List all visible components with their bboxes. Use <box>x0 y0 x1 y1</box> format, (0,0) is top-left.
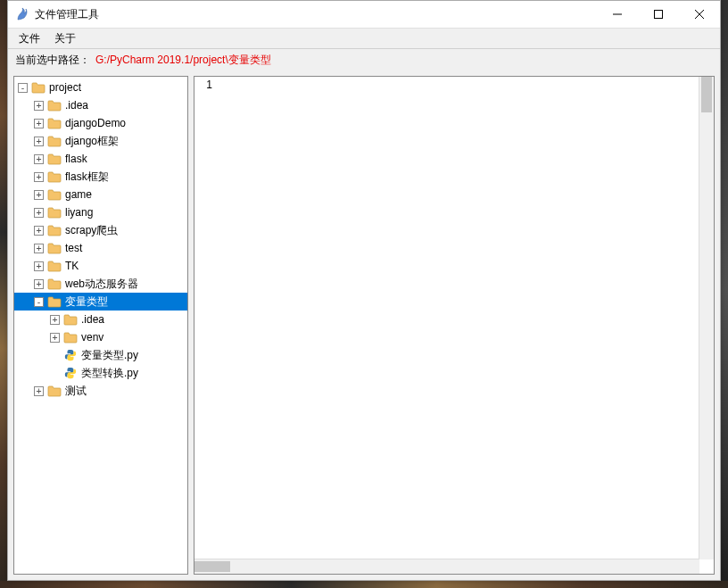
tree-item-flask[interactable]: + flask <box>14 150 187 168</box>
tree-item-label: 变量类型 <box>65 294 113 310</box>
expand-icon[interactable]: + <box>34 154 44 164</box>
tree-item-test[interactable]: + test <box>14 239 187 257</box>
tree-item-label: TK <box>65 260 84 272</box>
tree-item-tk[interactable]: + TK <box>14 257 187 275</box>
path-bar: 当前选中路径： G:/PyCharm 2019.1/project\变量类型 <box>8 49 720 70</box>
folder-icon <box>63 313 78 326</box>
folder-icon <box>47 117 62 129</box>
close-button[interactable] <box>679 1 720 28</box>
folder-icon <box>47 260 62 272</box>
tree-item-label: venv <box>81 331 109 344</box>
menu-about[interactable]: 关于 <box>47 29 83 48</box>
tree-item-label: test <box>65 242 87 254</box>
editor-scroll-thumb-horizontal[interactable] <box>194 561 230 572</box>
folder-icon <box>47 295 62 308</box>
folder-icon <box>47 170 62 183</box>
expand-icon[interactable]: + <box>34 172 44 182</box>
tree-item-label: django框架 <box>65 134 124 149</box>
expand-icon[interactable]: + <box>34 101 44 111</box>
path-label: 当前选中路径： <box>15 53 90 68</box>
tree-item-label: liyang <box>65 206 98 219</box>
tree-item-label: djangoDemo <box>65 117 131 129</box>
folder-icon <box>47 153 62 165</box>
folder-icon <box>47 206 62 219</box>
tree-item-label: project <box>49 81 87 94</box>
tree-item-label: .idea <box>65 99 94 112</box>
tree-item-label: game <box>65 188 97 201</box>
expand-icon[interactable]: + <box>34 244 44 253</box>
folder-icon <box>63 331 78 344</box>
app-icon <box>15 7 29 21</box>
titlebar[interactable]: 文件管理工具 <box>8 1 720 29</box>
expand-icon[interactable]: + <box>34 226 44 236</box>
editor-scrollbar-horizontal[interactable] <box>194 559 699 574</box>
minimize-button[interactable] <box>597 1 638 28</box>
menubar: 文件 关于 <box>8 29 720 49</box>
tree-item-flaskframe[interactable]: + flask框架 <box>14 168 187 186</box>
tree-item-label: scrapy爬虫 <box>65 223 123 238</box>
expand-icon[interactable]: + <box>50 315 60 325</box>
folder-icon <box>47 277 62 290</box>
editor-scroll-thumb-vertical[interactable] <box>701 77 712 112</box>
tree-item-vt-venv[interactable]: + venv <box>14 328 187 346</box>
desktop-background-bottom <box>0 581 728 588</box>
tree-item-label: 测试 <box>65 384 92 399</box>
tree-item-game[interactable]: + game <box>14 186 187 203</box>
menu-file[interactable]: 文件 <box>12 29 47 48</box>
tree-item-project[interactable]: - project <box>14 79 187 96</box>
expander-placeholder <box>50 351 60 360</box>
collapse-icon[interactable]: - <box>18 83 28 93</box>
editor-text-area[interactable] <box>216 77 714 574</box>
expander-placeholder <box>50 369 60 378</box>
tree-item-label: 变量类型.py <box>81 348 144 363</box>
folder-icon <box>47 224 62 236</box>
desktop-background-left <box>0 0 7 581</box>
expand-icon[interactable]: + <box>34 279 44 289</box>
editor-pane: 1 <box>194 76 715 575</box>
folder-icon <box>47 99 62 112</box>
tree-item-cetest[interactable]: + 测试 <box>14 382 187 400</box>
line-number: 1 <box>194 79 212 91</box>
tree-item-scrapy[interactable]: + scrapy爬虫 <box>14 221 187 239</box>
tree-item-vt-file2[interactable]: 类型转换.py <box>14 364 187 382</box>
folder-icon <box>47 188 62 201</box>
folder-icon <box>47 135 62 147</box>
folder-icon <box>47 385 62 397</box>
tree-item-vt-file1[interactable]: 变量类型.py <box>14 346 187 364</box>
expand-icon[interactable]: + <box>34 261 44 271</box>
editor-scrollbar-vertical[interactable] <box>699 77 714 559</box>
tree-item-webdyn[interactable]: + web动态服务器 <box>14 275 187 293</box>
tree-item-label: .idea <box>81 313 110 326</box>
client-area: - project+ .idea+ djangoDemo+ django框架+ … <box>8 70 720 580</box>
expand-icon[interactable]: + <box>34 208 44 218</box>
expand-icon[interactable]: + <box>34 137 44 146</box>
maximize-button[interactable] <box>638 1 679 28</box>
svg-rect-1 <box>655 11 663 19</box>
tree-item-djangoframe[interactable]: + django框架 <box>14 132 187 150</box>
current-path: G:/PyCharm 2019.1/project\变量类型 <box>95 53 271 68</box>
python-file-icon <box>63 349 78 361</box>
app-window: 文件管理工具 文件 关于 当前选中路径： G:/PyCharm 2019.1/p… <box>7 0 721 581</box>
tree-item-label: 类型转换.py <box>81 366 144 381</box>
file-tree[interactable]: - project+ .idea+ djangoDemo+ django框架+ … <box>13 76 188 575</box>
python-file-icon <box>63 367 78 379</box>
collapse-icon[interactable]: - <box>34 297 44 307</box>
tree-item-vartype[interactable]: - 变量类型 <box>14 293 187 311</box>
tree-item-djangoDemo[interactable]: + djangoDemo <box>14 114 187 132</box>
tree-item-label: flask <box>65 153 93 165</box>
folder-icon <box>47 242 62 254</box>
folder-icon <box>31 81 46 94</box>
expand-icon[interactable]: + <box>34 119 44 128</box>
line-number-gutter: 1 <box>194 77 216 574</box>
tree-item-label: flask框架 <box>65 170 114 185</box>
tree-item-liyang[interactable]: + liyang <box>14 203 187 221</box>
window-title: 文件管理工具 <box>35 7 99 22</box>
tree-item-label: web动态服务器 <box>65 277 144 292</box>
expand-icon[interactable]: + <box>34 190 44 200</box>
desktop-background-right <box>721 0 728 581</box>
expand-icon[interactable]: + <box>50 333 60 343</box>
expand-icon[interactable]: + <box>34 386 44 396</box>
tree-item-idea[interactable]: + .idea <box>14 96 187 114</box>
tree-item-vt-idea[interactable]: + .idea <box>14 311 187 328</box>
